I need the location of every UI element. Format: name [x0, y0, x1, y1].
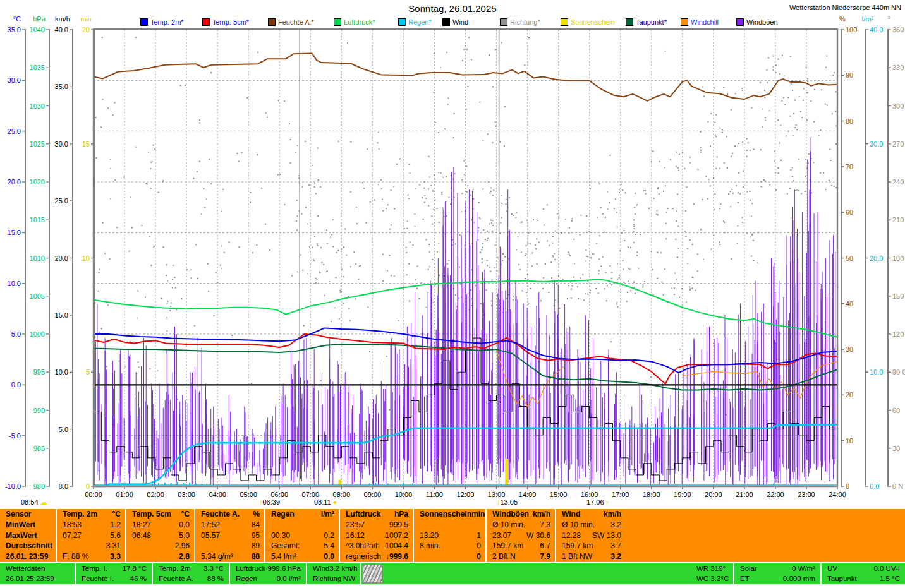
table-column-title: Wind [556, 509, 580, 520]
status-label: UV [822, 563, 837, 573]
status-value: 88 % [207, 573, 229, 584]
svg-text:995: 995 [33, 368, 45, 376]
svg-text:35.0: 35.0 [55, 83, 68, 90]
svg-text:12:00: 12:00 [457, 491, 475, 498]
status-label: Wind [307, 563, 329, 573]
weather-chart: 35.030.025.020.015.010.05.00.0-5.0-10.01… [0, 0, 905, 509]
status-label: Temp. 2m [153, 563, 191, 573]
table-cell-value: 0.0 [324, 551, 339, 562]
svg-text:0 N: 0 N [892, 483, 903, 490]
table-cell-value: 3.3 [110, 551, 125, 562]
table-cell-value: 0.0 [179, 520, 194, 531]
table-cell-label: 8 min. [414, 541, 440, 551]
table-cell-value: 89 [252, 541, 264, 551]
status-cell: Solar0 W/m²ET0.000 mm [734, 563, 822, 584]
table-cell-value: W 30.6 [526, 531, 555, 541]
svg-text:1040: 1040 [30, 26, 45, 33]
table-cell-label [126, 551, 132, 562]
svg-text:120: 120 [892, 330, 904, 338]
status-cell: Temp. I.17.8 °CFeuchte I.46 % [76, 563, 153, 584]
svg-text:60: 60 [892, 407, 900, 414]
table-column-Temp. 5cm: Temp. 5cm°C18:270.006:485.02.962.8 [125, 509, 194, 562]
status-label: Luftdruck [230, 563, 265, 573]
status-label: WC 3.3°C [691, 573, 729, 584]
svg-text:60: 60 [846, 208, 853, 216]
svg-text:1010: 1010 [30, 255, 45, 262]
svg-text:1030: 1030 [30, 102, 45, 110]
status-value: NW [343, 573, 360, 584]
status-value: 0.0 UV-I [873, 563, 905, 573]
status-label: Feuchte I. [76, 573, 114, 584]
table-cell-value: 3.7 [610, 541, 626, 551]
svg-text:90: 90 [846, 71, 853, 79]
svg-text:210: 210 [892, 216, 904, 224]
table-cell-label: 05:57 [195, 531, 220, 541]
table-cell-label [57, 541, 63, 551]
svg-text:09:00: 09:00 [364, 491, 382, 498]
status-label: Solar [734, 563, 757, 573]
svg-text:90 O: 90 O [892, 368, 905, 376]
status-label: ET [734, 573, 750, 584]
svg-text:10: 10 [846, 437, 853, 445]
status-value: 0.000 mm [783, 573, 820, 584]
status-cell: WR 319°WC 3.3°C [691, 563, 734, 584]
table-cell-value: 7.9 [540, 551, 555, 562]
table-cell-label: 16:12 [340, 531, 365, 541]
table-cell-label: 23:07 [487, 531, 511, 541]
status-label: 26.01.25 23:59 [0, 573, 54, 584]
table-column-unit: min [471, 509, 485, 520]
table-column-Temp. 2m: Temp. 2m°C18:531.207:275.63.31F: 88 %3.3 [56, 509, 125, 562]
table-cell-label: regnerisch [340, 551, 381, 562]
svg-text:20.0: 20.0 [8, 178, 21, 186]
svg-text:150: 150 [892, 292, 904, 300]
svg-text:02:00: 02:00 [147, 491, 164, 498]
marker-time-label: 08:54 [21, 498, 39, 506]
table-row-label: MaxWert [0, 531, 37, 541]
svg-text:0.0: 0.0 [59, 483, 68, 490]
svg-text:17:00: 17:00 [612, 491, 629, 498]
status-cell: Wetterdaten26.01.25 23:59 [0, 563, 76, 584]
svg-text:20: 20 [846, 391, 853, 399]
sensor-summary-table: SensorMinWertMaxWertDurchschnitt26.01. 2… [0, 509, 905, 562]
table-cell-label: 18:53 [57, 520, 82, 531]
table-cell-value: 1.2 [110, 520, 125, 531]
status-value: 3.3 °C [203, 563, 229, 573]
table-cell-value [481, 520, 485, 531]
svg-text:985: 985 [33, 445, 45, 452]
table-cell-label [265, 520, 271, 531]
table-column-unit: °C [181, 509, 194, 520]
status-value [70, 573, 75, 584]
status-label: Feuchte A. [153, 573, 193, 584]
svg-text:14:00: 14:00 [519, 491, 537, 498]
svg-text:11:00: 11:00 [426, 491, 443, 498]
table-cell-value: 2.8 [179, 551, 194, 562]
status-cell: Luftdruck999.6 hPaRegen0.0 l/m² [230, 563, 307, 584]
table-cell-label: Ø 10 min. [556, 520, 595, 531]
svg-text:270 W: 270 W [892, 140, 905, 148]
svg-text:180 S: 180 S [892, 255, 905, 262]
svg-text:10:00: 10:00 [395, 491, 413, 498]
table-cell-value: 5.4 [324, 541, 339, 551]
status-label: Wetterdaten [0, 563, 45, 573]
table-column-Wind: Windkm/hØ 10 min.3.212:28SW 13.0159.7 km… [555, 509, 626, 562]
table-cell-label [414, 551, 420, 562]
table-column-Luftdruck: LuftdruckhPa23:57999.516:121007.2^3.0hPa… [339, 509, 413, 562]
marker-time-label: 17:06 [586, 498, 604, 506]
table-cell-value: 84 [252, 520, 264, 531]
svg-text:30: 30 [892, 445, 900, 452]
table-cell-value: 7.3 [540, 520, 555, 531]
table-cell-value: 1 [477, 531, 485, 541]
table-cell-label: ^3.0hPa/h [340, 541, 380, 551]
svg-text:330: 330 [892, 64, 904, 71]
table-cell-value: 95 [252, 531, 264, 541]
table-column-title: Temp. 2m [57, 509, 97, 520]
table-cell-label: 13:20 [414, 531, 439, 541]
svg-text:5.0: 5.0 [11, 330, 21, 338]
table-cell-value: SW 13.0 [592, 531, 626, 541]
svg-text:05:00: 05:00 [240, 491, 257, 498]
table-cell-label: 18:27 [126, 520, 151, 531]
svg-text:15.0: 15.0 [8, 229, 21, 236]
table-cell-label: Ø 10 min. [487, 520, 525, 531]
svg-text:240: 240 [892, 178, 904, 186]
table-cell-value: 88 [252, 551, 264, 562]
